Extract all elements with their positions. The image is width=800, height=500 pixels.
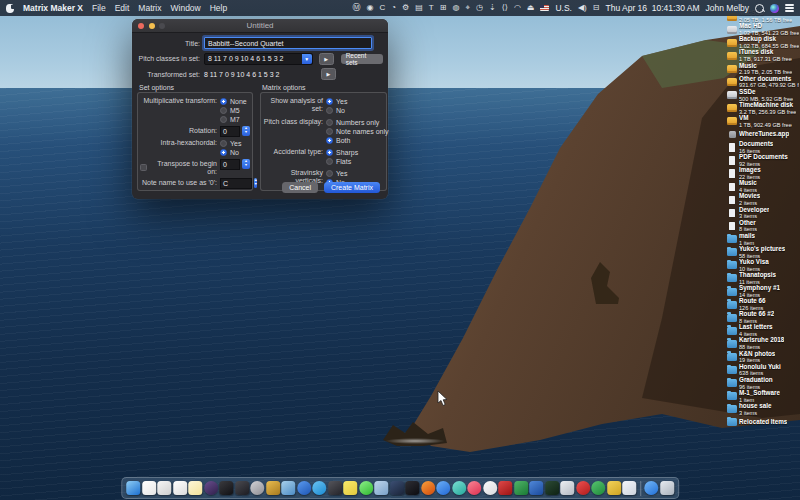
play-transformed-button[interactable]: ▶ xyxy=(321,68,336,80)
eject-menu-icon[interactable]: ⏏ xyxy=(527,0,535,16)
desktop-item[interactable]: Symphony #1 14 items xyxy=(727,285,799,298)
desktop-item[interactable]: Graduation 96 items xyxy=(727,377,799,390)
pie-menu-icon[interactable]: ◔ xyxy=(391,0,396,16)
dock-terminal[interactable] xyxy=(219,481,233,495)
rotation-stepper[interactable]: ▲▼ xyxy=(242,126,250,136)
dock-contacts[interactable] xyxy=(157,481,171,495)
desktop-item[interactable]: K&N photos 19 items xyxy=(727,350,799,363)
transpose-checkbox[interactable] xyxy=(140,164,147,171)
dock-photos[interactable] xyxy=(483,481,497,495)
menu-bar-clock[interactable]: Thu Apr 16 10:41:30 AM xyxy=(605,3,699,13)
app-menu-title[interactable]: Matrix Maker X xyxy=(23,3,83,13)
desktop-item[interactable]: TimeMachine disk 3.2 TB, 256.39 GB free xyxy=(727,102,799,115)
rotation-value[interactable]: 0 xyxy=(220,126,240,137)
desktop-item[interactable]: Other 8 items xyxy=(727,220,799,233)
create-matrix-button[interactable]: Create Matrix xyxy=(324,182,380,193)
dock-finale[interactable] xyxy=(545,481,559,495)
code-menu-icon[interactable]: ⟨⟩ xyxy=(502,0,508,16)
radio-mult-m5[interactable]: M5 xyxy=(220,106,250,115)
radio-analysis-no[interactable]: No xyxy=(326,106,384,115)
desktop-item[interactable]: Images 22 items xyxy=(727,167,799,180)
radio-mult-none[interactable]: None xyxy=(220,97,250,106)
notebook-menu-icon[interactable]: ▤ xyxy=(415,0,423,16)
pitch-classes-combo[interactable]: 8 11 7 0 9 10 4 6 1 5 3 2 ▼ xyxy=(204,53,313,65)
gear-menu-icon[interactable]: ⚙ xyxy=(402,0,409,16)
volume-icon[interactable]: ◀) xyxy=(578,0,587,16)
menu-item[interactable]: Window xyxy=(171,3,201,13)
crosshair-menu-icon[interactable]: ⌖ xyxy=(465,0,470,16)
dock-evernote[interactable] xyxy=(591,481,605,495)
disc-menu-icon[interactable]: ◍ xyxy=(452,0,459,16)
desktop-item[interactable]: Music 4 items xyxy=(727,180,799,193)
dock-mail[interactable] xyxy=(374,481,388,495)
desktop-item[interactable]: Movies 2 items xyxy=(727,193,799,206)
close-window-icon[interactable] xyxy=(138,23,144,29)
transpose-value[interactable]: 0 xyxy=(220,159,240,170)
desktop-item[interactable]: mails 1 item xyxy=(727,233,799,246)
dock-firefox[interactable] xyxy=(421,481,435,495)
dock-network-blocked[interactable] xyxy=(576,481,590,495)
desktop-item[interactable]: Music 2.19 TB, 2.05 TB free xyxy=(727,62,799,75)
dock-preview[interactable] xyxy=(281,481,295,495)
m-app-menu-icon[interactable]: Ⓜ xyxy=(353,0,361,16)
radio-display-notenames[interactable]: Note names only xyxy=(326,127,384,136)
spotlight-search-icon[interactable] xyxy=(755,4,764,13)
us-flag-icon[interactable] xyxy=(540,5,549,11)
clock-menu-icon[interactable]: ◷ xyxy=(476,0,483,16)
notification-center-icon[interactable] xyxy=(785,4,794,11)
battery-icon[interactable]: ⊟ xyxy=(593,0,600,16)
desktop-item[interactable]: SSDe 500 MB, 5.92 GB free xyxy=(727,89,799,102)
dock-quicken[interactable] xyxy=(607,481,621,495)
radio-display-both[interactable]: Both xyxy=(326,136,384,145)
dock-facetime[interactable] xyxy=(452,481,466,495)
dock-trash[interactable] xyxy=(660,481,674,495)
dock-twitter[interactable] xyxy=(622,481,636,495)
desktop-item[interactable]: Route 66 #2 8 items xyxy=(727,311,799,324)
desktop-item[interactable]: VM 1 TB, 902.49 GB free xyxy=(727,115,799,128)
desktop-item[interactable]: Developer 3 items xyxy=(727,206,799,219)
desktop-item[interactable]: Backup disk 1.02 TB, 684.55 GB free xyxy=(727,36,799,49)
dock-excel[interactable] xyxy=(514,481,528,495)
dock-archive-utility[interactable] xyxy=(266,481,280,495)
menu-item[interactable]: Matrix xyxy=(138,3,161,13)
user-menu[interactable]: John Melby xyxy=(706,3,749,13)
dock-music[interactable] xyxy=(467,481,481,495)
desktop-item[interactable]: Yuko's pictures 58 items xyxy=(727,246,799,259)
dock-printer[interactable] xyxy=(560,481,574,495)
radio-display-numbers[interactable]: Numbers only xyxy=(326,118,384,127)
radio-mult-m7[interactable]: M7 xyxy=(220,115,250,124)
dock-skype[interactable] xyxy=(312,481,326,495)
desktop-item[interactable]: Yuko Visa 10 items xyxy=(727,259,799,272)
dock-textedit[interactable] xyxy=(173,481,187,495)
desktop-item[interactable]: iTunes disk 1 TB, 917.31 GB free xyxy=(727,49,799,62)
dock-route66[interactable] xyxy=(390,481,404,495)
dock-appstore[interactable] xyxy=(436,481,450,495)
dock-safari[interactable] xyxy=(644,481,658,495)
desktop-item[interactable]: WhereTunes.app xyxy=(727,128,799,141)
title-input[interactable]: Babbitt--Second Quartet xyxy=(204,37,372,49)
menu-item[interactable]: Help xyxy=(210,3,227,13)
desktop-item[interactable]: Relocated Items xyxy=(727,416,799,429)
desktop-item[interactable]: house sale 3 items xyxy=(727,403,799,416)
dock-messages[interactable] xyxy=(359,481,373,495)
desktop-item[interactable]: Documents 16 items xyxy=(727,141,799,154)
dialog-title-bar[interactable]: Untitled xyxy=(132,19,388,33)
desktop-item[interactable]: M-1_Software 1 item xyxy=(727,390,799,403)
window-grid-menu-icon[interactable]: ⊞ xyxy=(440,0,447,16)
dock-1password[interactable] xyxy=(297,481,311,495)
t-app-menu-icon[interactable]: T xyxy=(429,0,434,16)
cancel-button[interactable]: Cancel xyxy=(282,182,318,193)
dock-finder[interactable] xyxy=(126,481,140,495)
desktop-item[interactable]: PDF Documents 92 items xyxy=(727,154,799,167)
desktop-item[interactable]: Other documents 931.67 GB, 479.92 GB fre… xyxy=(727,75,799,88)
desktop-item[interactable]: Route 66 126 items xyxy=(727,298,799,311)
dock-console[interactable] xyxy=(235,481,249,495)
dock-audio-midi[interactable] xyxy=(328,481,342,495)
input-source-label[interactable]: U.S. xyxy=(555,3,572,13)
dock-stickies[interactable] xyxy=(343,481,357,495)
play-set-button[interactable]: ▶ xyxy=(319,53,334,65)
dock-acrobat[interactable] xyxy=(498,481,512,495)
menu-item[interactable]: File xyxy=(92,3,106,13)
siri-icon[interactable] xyxy=(770,4,779,13)
note-name-select[interactable]: C xyxy=(220,178,252,189)
